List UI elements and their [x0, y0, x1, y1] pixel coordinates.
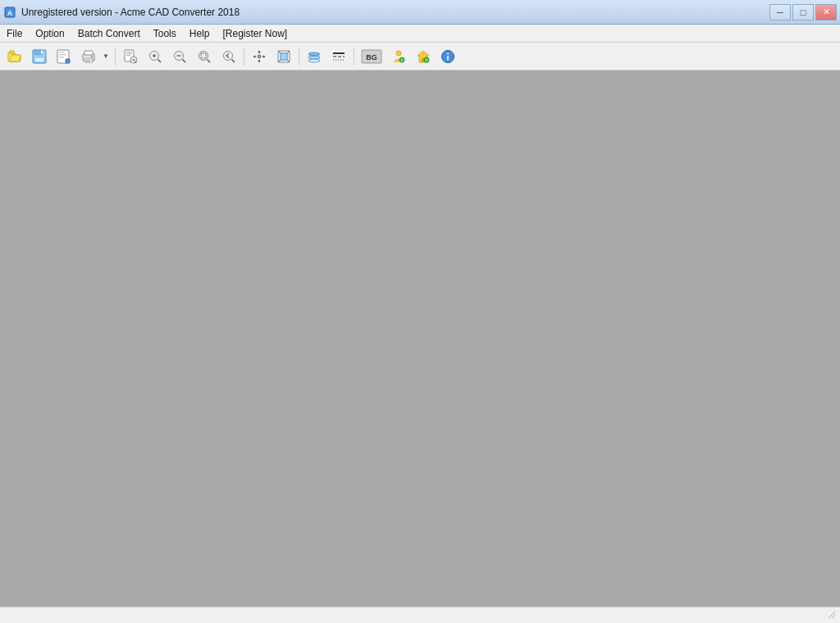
linetypes-button[interactable]	[327, 46, 350, 67]
pan-button[interactable]	[248, 46, 271, 67]
print-button-group: ▼	[77, 46, 112, 67]
minimize-button[interactable]: ─	[769, 4, 791, 20]
toolbar-separator-2	[244, 48, 244, 66]
linetypes-icon	[331, 48, 347, 65]
zoom-extents-button[interactable]	[272, 46, 295, 67]
toolbar-separator-3	[299, 48, 299, 66]
status-bar	[0, 607, 840, 623]
svg-rect-58	[447, 56, 449, 61]
svg-rect-22	[126, 52, 132, 52]
svg-text:BG: BG	[366, 53, 377, 61]
svg-rect-24	[126, 55, 130, 56]
svg-rect-7	[41, 50, 43, 53]
svg-point-20	[91, 56, 93, 57]
zoom-window-icon	[196, 48, 212, 65]
print2-icon	[122, 48, 139, 65]
zoom-in-button[interactable]	[144, 46, 167, 67]
close-button[interactable]: ✕	[815, 4, 837, 20]
title-controls: ─ □ ✕	[769, 4, 837, 20]
print-button[interactable]	[77, 46, 100, 67]
title-left: A Unregistered version - Acme CAD Conver…	[3, 6, 240, 19]
svg-line-60	[832, 615, 835, 618]
svg-point-51	[396, 51, 401, 56]
main-canvas	[0, 70, 840, 607]
zoom-prev-button[interactable]	[217, 46, 240, 67]
menu-file[interactable]: File	[0, 25, 29, 42]
svg-text:A: A	[7, 9, 13, 17]
svg-point-43	[308, 59, 320, 62]
title-text: Unregistered version - Acme CAD Converte…	[21, 7, 240, 18]
zoom-out-icon	[171, 48, 188, 65]
svg-line-39	[232, 59, 235, 62]
svg-point-38	[224, 51, 233, 60]
menu-help[interactable]: Help	[183, 25, 217, 42]
zoom-in-icon	[147, 48, 163, 65]
svg-line-34	[183, 59, 186, 62]
info-icon	[440, 48, 456, 65]
toolbar-separator-4	[354, 48, 354, 66]
print-icon	[80, 48, 97, 65]
svg-line-59	[829, 612, 835, 618]
menu-tools[interactable]: Tools	[147, 25, 183, 42]
save-icon	[31, 48, 48, 65]
svg-rect-11	[59, 54, 66, 56]
status-right	[758, 610, 840, 621]
toolbar-separator-1	[115, 48, 116, 66]
pan-icon	[251, 48, 267, 65]
svg-point-57	[447, 52, 449, 54]
menu-register[interactable]: [Register Now]	[216, 25, 294, 42]
maximize-button[interactable]: □	[792, 4, 814, 20]
svg-text:+: +	[401, 57, 404, 62]
save-button[interactable]	[28, 46, 51, 67]
svg-point-40	[258, 55, 261, 58]
resize-grip	[761, 610, 837, 621]
bg-button[interactable]: BG	[358, 46, 386, 67]
title-bar: A Unregistered version - Acme CAD Conver…	[0, 0, 840, 25]
bg-icon: BG	[360, 48, 383, 65]
print-dropdown-button[interactable]: ▼	[100, 46, 112, 67]
saveas-button[interactable]: +	[52, 46, 75, 67]
info-button[interactable]	[436, 46, 459, 67]
zoom-out-button[interactable]	[168, 46, 191, 67]
person-icon: +	[390, 48, 407, 65]
svg-point-35	[199, 51, 208, 60]
menu-bar: File Option Batch Convert Tools Help [Re…	[0, 25, 840, 43]
zoom-window-button[interactable]	[193, 46, 216, 67]
svg-rect-12	[59, 57, 64, 58]
svg-line-37	[208, 59, 211, 62]
svg-rect-16	[84, 51, 93, 55]
svg-rect-23	[126, 53, 132, 54]
svg-rect-10	[59, 52, 65, 53]
svg-point-44	[308, 56, 320, 59]
svg-point-45	[308, 52, 320, 56]
saveas-icon: +	[56, 48, 72, 65]
svg-rect-3	[10, 51, 14, 53]
home-button[interactable]	[412, 46, 435, 67]
app-icon: A	[3, 6, 16, 19]
zoom-prev-icon	[221, 48, 237, 65]
home-icon	[415, 48, 431, 65]
open-button[interactable]	[3, 46, 26, 67]
layers-button[interactable]	[303, 46, 326, 67]
svg-rect-42	[281, 53, 287, 60]
svg-line-31	[158, 59, 162, 62]
open-icon	[7, 48, 23, 65]
svg-rect-18	[85, 59, 92, 60]
menu-batch-convert[interactable]: Batch Convert	[71, 25, 147, 42]
print-btn2[interactable]	[119, 46, 142, 67]
menu-option[interactable]: Option	[29, 25, 71, 42]
svg-rect-8	[34, 57, 44, 62]
toolbar: + ▼	[0, 43, 840, 70]
layers-icon	[306, 48, 322, 65]
zoom-extents-icon	[276, 48, 292, 65]
svg-rect-19	[85, 61, 90, 61]
person-button[interactable]: +	[387, 46, 410, 67]
